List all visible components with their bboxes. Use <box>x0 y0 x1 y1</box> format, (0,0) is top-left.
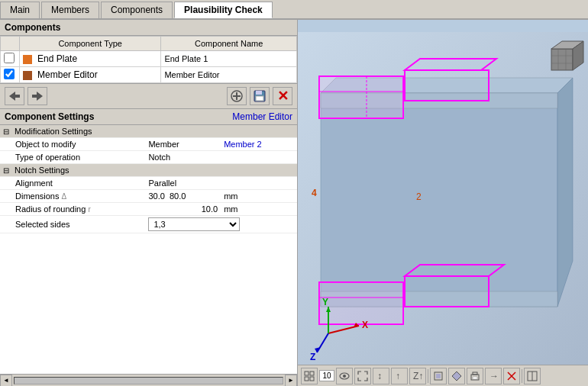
row1-type-cell: End Plate <box>20 51 161 67</box>
rotate-y-button[interactable]: ↑ <box>391 368 408 384</box>
delete-button[interactable]: ✕ <box>273 87 292 105</box>
tab-main[interactable]: Main <box>0 2 40 18</box>
fit-icon <box>357 371 368 381</box>
table-row: Member Editor Member Editor <box>1 67 297 83</box>
svg-marker-54 <box>452 372 461 381</box>
scroll-right-arrow[interactable]: ► <box>285 375 297 387</box>
tab-components[interactable]: Components <box>101 2 173 18</box>
notch-settings-label: ⊟ Notch Settings <box>0 164 297 177</box>
print-button[interactable] <box>467 368 483 384</box>
col-check <box>1 37 20 51</box>
modification-settings-row: ⊟ Modification Settings <box>0 125 297 138</box>
svg-text:2: 2 <box>416 191 422 202</box>
expand-icon: ⊟ <box>3 127 9 136</box>
arrow-button[interactable]: → <box>485 368 502 384</box>
svg-text:→: → <box>489 371 499 381</box>
main-container: Main Members Components Plausibility Che… <box>0 0 588 386</box>
col-name-header: Component Name <box>161 37 297 51</box>
svg-text:Z↑: Z↑ <box>413 371 423 381</box>
svg-rect-43 <box>305 372 309 375</box>
add-icon <box>231 90 243 102</box>
close-view-button[interactable] <box>503 368 520 384</box>
object-value1: Member <box>145 138 221 151</box>
svg-rect-21 <box>319 282 403 324</box>
render-icon <box>433 371 444 381</box>
svg-rect-36 <box>551 49 573 70</box>
svg-text:Z: Z <box>310 352 315 362</box>
3d-scene: 4 2 X Y Z <box>298 20 588 386</box>
svg-rect-6 <box>256 91 262 95</box>
svg-rect-53 <box>436 374 441 378</box>
panel-icon <box>527 371 538 381</box>
panel-button[interactable] <box>524 368 541 384</box>
radius-label: Radius of rounding r <box>0 203 145 216</box>
eye-button[interactable] <box>336 368 353 384</box>
fit-button[interactable] <box>354 368 371 384</box>
rotate-y-icon: ↑ <box>394 371 405 381</box>
grid-icon <box>304 371 315 381</box>
3d-view-panel: 4 2 X Y Z <box>298 20 588 386</box>
arrow-icon: → <box>488 371 499 381</box>
svg-rect-4 <box>233 95 241 97</box>
components-toolbar: ✕ <box>0 83 297 109</box>
components-header: Components <box>0 20 297 36</box>
dimensions-row: Dimensions Δ 30.0 80.0 mm <box>0 190 297 203</box>
components-table: Component Type Component Name End Plate <box>0 36 297 83</box>
left-panel: Components Component Type Component Name <box>0 20 298 386</box>
r-symbol: r <box>88 205 90 214</box>
view-toolbar: 10 ↕ ↑ Z↑ <box>298 365 588 386</box>
dimensions-unit: mm <box>221 190 297 203</box>
close-view-icon <box>506 371 517 381</box>
sides-value-cell: 1,3 1,2,3,4 1 2 <box>145 216 297 233</box>
row1-check-cell <box>1 51 20 67</box>
dimensions-value: 30.0 80.0 <box>145 190 221 203</box>
row2-checkbox[interactable] <box>4 69 15 79</box>
svg-text:↑: ↑ <box>396 371 400 381</box>
notch-expand-icon: ⊟ <box>3 166 9 175</box>
radius-value: 10.0 <box>145 203 221 216</box>
scroll-left-arrow[interactable]: ◄ <box>0 375 12 387</box>
settings-subtitle: Member Editor <box>232 111 292 122</box>
bottom-scrollbar[interactable]: ◄ ► <box>0 374 297 386</box>
axis-z-button[interactable]: Z↑ <box>409 368 426 384</box>
radius-unit: mm <box>221 203 297 216</box>
col-type-header: Component Type <box>20 37 161 51</box>
row1-checkbox[interactable] <box>4 53 15 63</box>
shaded-icon <box>451 371 462 381</box>
alignment-row: Alignment Parallel <box>0 177 297 190</box>
svg-rect-57 <box>473 377 477 379</box>
separator2 <box>522 369 522 383</box>
settings-header: Component Settings Member Editor <box>0 109 297 125</box>
dimensions-label: Dimensions Δ <box>0 190 145 203</box>
print-icon <box>470 371 480 381</box>
svg-rect-46 <box>310 377 314 381</box>
svg-text:↕: ↕ <box>377 371 382 381</box>
scroll-track[interactable] <box>14 377 283 384</box>
svg-marker-1 <box>32 92 43 101</box>
svg-marker-0 <box>9 92 20 101</box>
move-right-button[interactable] <box>27 87 47 105</box>
tab-plausibility[interactable]: Plausibility Check <box>174 2 273 18</box>
radius-row: Radius of rounding r 10.0 mm <box>0 203 297 216</box>
render-button[interactable] <box>430 368 447 384</box>
row1-color-box <box>23 55 32 64</box>
view-grid-button[interactable] <box>301 368 318 384</box>
object-to-modify-row: Object to modify Member Member 2 <box>0 138 297 151</box>
sides-dropdown[interactable]: 1,3 1,2,3,4 1 2 <box>148 217 240 231</box>
row2-color-box <box>23 71 32 80</box>
row2-check-cell <box>1 67 20 83</box>
move-left-button[interactable] <box>5 87 24 105</box>
alignment-value: Parallel <box>145 177 297 190</box>
axis-z-icon: Z↑ <box>412 371 423 381</box>
svg-rect-56 <box>473 372 477 375</box>
tab-bar: Main Members Components Plausibility Che… <box>0 0 588 20</box>
rotate-x-button[interactable]: ↕ <box>373 368 389 384</box>
add-button[interactable] <box>227 87 247 105</box>
shaded-button[interactable] <box>448 368 465 384</box>
save-button[interactable] <box>250 87 270 105</box>
tab-members[interactable]: Members <box>41 2 99 18</box>
table-row: End Plate End Plate 1 <box>1 51 297 67</box>
selected-sides-row: Selected sides 1,3 1,2,3,4 1 2 <box>0 216 297 233</box>
move-right-icon <box>32 92 43 101</box>
svg-rect-44 <box>310 372 314 375</box>
